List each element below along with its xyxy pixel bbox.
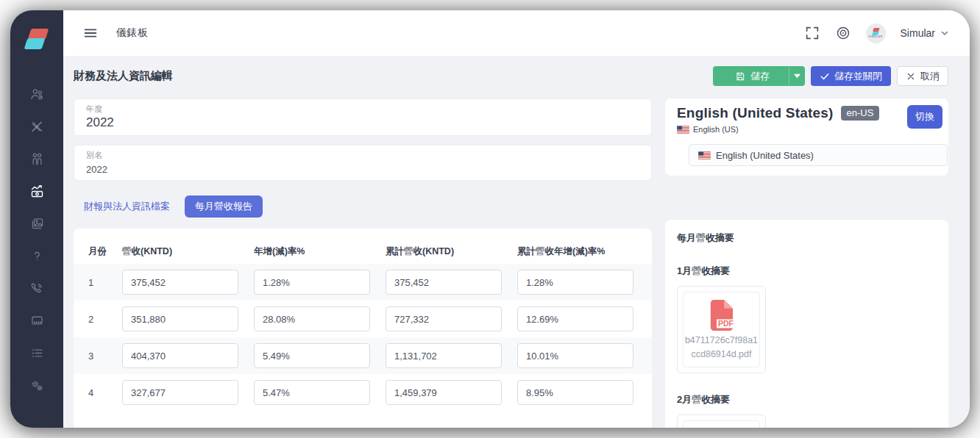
cum-revenue-input[interactable] [386,380,502,405]
topbar-title: 儀錶板 [116,26,149,40]
cum-yoy-input[interactable] [517,270,633,295]
year-field-value: 2022 [86,115,639,130]
cum-yoy-input[interactable] [517,306,633,331]
month-label: 2 [88,314,122,325]
monthly-summary-panel: 每月營收摘要 1月營收摘要 PDF b4711726c7f98a1ccd8691… [665,220,948,428]
col-header-yoy: 年增(減)率% [254,245,386,258]
revenue-input[interactable] [122,270,238,295]
year-field-label: 年度 [86,104,639,115]
phone-icon[interactable] [21,272,53,304]
save-dropdown-caret[interactable] [789,66,805,86]
list-icon[interactable] [21,337,53,369]
page-title: 財務及法人資訊編輯 [74,69,173,83]
alias-field-label: 別名 [86,150,639,161]
us-flag-icon [677,126,689,134]
month-label: 3 [88,351,122,362]
help-icon[interactable] [21,240,53,272]
month2-pdf-attachment[interactable]: PDF [677,414,766,428]
save-button-label: 儲存 [750,70,770,83]
tab-financial-reports[interactable]: 財報與法人資訊檔案 [74,195,180,218]
cum-yoy-input[interactable] [517,343,633,368]
save-icon [735,71,745,82]
user-menu[interactable]: Simular [901,27,949,39]
tab-monthly-revenue[interactable]: 每月營收報告 [185,195,263,218]
language-current-label: English (US) [693,125,739,134]
revenue-input[interactable] [122,306,238,331]
gears-icon[interactable] [21,369,53,401]
cum-revenue-input[interactable] [386,306,502,331]
cancel-label: 取消 [920,70,940,83]
yoy-input[interactable] [254,343,370,368]
menu-toggle-icon[interactable] [82,25,99,41]
people-icon[interactable] [21,143,53,175]
revenue-input[interactable] [122,343,238,368]
language-option-label: English (United States) [716,150,814,161]
cum-revenue-input[interactable] [386,343,502,368]
preview-eye-icon[interactable] [835,25,851,41]
users-group-icon[interactable] [21,78,53,110]
col-header-month: 月份 [88,245,122,258]
table-row: 2 [74,301,652,337]
switch-language-button[interactable]: 切換 [907,105,942,129]
yoy-input[interactable] [254,306,370,331]
language-code-badge: en-US [841,106,880,121]
main-content: 財務及法人資訊編輯 儲存 儲存並關閉 取消 [63,56,970,428]
finance-chart-icon[interactable] [21,175,53,207]
design-tools-icon[interactable] [21,110,53,143]
table-row: 1 [74,264,652,301]
pdf-file-icon: PDF [708,428,735,428]
report-tabs: 財報與法人資訊檔案 每月營收報告 [74,195,652,218]
col-header-cum-revenue: 累計營收(KNTD) [386,245,517,258]
month-label: 1 [88,277,122,288]
cum-revenue-input[interactable] [386,270,502,295]
form-column: 年度 2022 別名 2022 財報與法人資訊檔案 每月營收報告 月份 營收(K… [74,98,652,428]
cum-yoy-input[interactable] [517,380,633,405]
table-row: 4 [74,374,652,411]
caret-down-icon [794,73,800,79]
save-close-label: 儲存並關閉 [834,70,882,83]
language-option[interactable]: English (United States) [689,144,948,166]
check-icon [820,71,830,82]
svg-text:PDF: PDF [718,319,734,328]
yoy-input[interactable] [254,380,370,405]
pdf-file-icon: PDF [708,299,735,331]
table-header-row: 月份 營收(KNTD) 年增(減)率% 累計營收(KNTD) 累計營收年增(減)… [74,239,652,264]
side-column: English (United States) en-US 切換 English… [665,98,948,428]
year-field[interactable]: 年度 2022 [74,98,652,136]
col-header-revenue: 營收(KNTD) [122,245,254,258]
us-flag-icon [698,151,711,159]
avatar[interactable]: SIMULAR [866,24,886,43]
month2-summary-label: 2月營收摘要 [677,393,937,406]
summary-title: 每月營收摘要 [677,231,937,245]
fullscreen-icon[interactable] [804,25,820,41]
cancel-button[interactable]: 取消 [897,66,948,86]
revenue-input[interactable] [122,380,238,405]
month1-pdf-attachment[interactable]: PDF b4711726c7f98a1ccd86914d.pdf [677,286,766,373]
alias-field-value: 2022 [86,164,639,175]
app-window: 儀錶板 SIMULAR Simular 財務及法人資訊編輯 [10,10,970,428]
topbar: 儀錶板 SIMULAR Simular [63,10,970,56]
monthly-revenue-table: 月份 營收(KNTD) 年增(減)率% 累計營收(KNTD) 累計營收年增(減)… [74,229,652,428]
col-header-cum-yoy: 累計營收年增(減)率% [517,245,652,258]
table-row: 3 [74,337,652,374]
sidebar [10,10,63,428]
user-name-label: Simular [901,27,935,39]
yoy-input[interactable] [254,270,370,295]
month-label: 4 [88,387,122,398]
save-button[interactable]: 儲存 [713,66,805,86]
app-logo-icon [24,26,50,54]
month1-summary-label: 1月營收摘要 [677,265,937,278]
alias-field[interactable]: 別名 2022 [74,145,652,181]
laptop-icon[interactable] [21,304,53,337]
language-panel: English (United States) en-US 切換 English… [665,98,948,176]
pdf-filename: b4711726c7f98a1ccd86914d.pdf [684,334,759,362]
language-title: English (United States) [677,105,834,121]
save-close-button[interactable]: 儲存並關閉 [811,66,891,86]
close-icon [906,71,916,82]
image-card-icon[interactable] [21,207,53,240]
chevron-down-icon [940,29,949,37]
